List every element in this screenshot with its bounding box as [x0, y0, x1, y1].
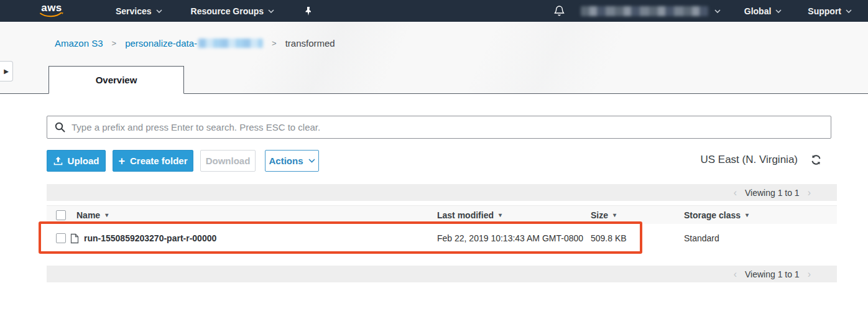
search-icon [55, 122, 65, 132]
aws-smile-icon [40, 12, 63, 18]
aws-logo-text: aws [41, 4, 62, 12]
bell-icon[interactable] [554, 5, 565, 17]
pushpin-icon[interactable] [304, 6, 313, 16]
pagination-label: Viewing 1 to 1 [745, 188, 800, 198]
row-checkbox-cell [56, 224, 66, 253]
pagination-bar-top: ‹ Viewing 1 to 1 › [47, 184, 837, 201]
chevron-down-icon [308, 159, 315, 163]
object-last-modified: Feb 22, 2019 10:13:43 AM GMT-0800 [437, 224, 583, 253]
select-all-checkbox-cell [56, 206, 66, 224]
sort-caret-icon: ▾ [499, 211, 502, 218]
object-name-link[interactable]: run-1550859203270-part-r-00000 [84, 224, 216, 253]
breadcrumb-bucket[interactable]: personalize-data- [125, 38, 263, 49]
expand-panel-toggle[interactable]: ▶ [0, 61, 13, 81]
table-row: run-1550859203270-part-r-00000 Feb 22, 2… [47, 224, 837, 253]
tab-overview[interactable]: Overview [48, 66, 184, 94]
column-header-size[interactable]: Size ▾ [591, 206, 616, 224]
pagination-prev-icon[interactable]: ‹ [734, 188, 737, 198]
sort-caret-icon: ▾ [105, 211, 108, 218]
file-icon [70, 224, 79, 253]
breadcrumb-current-folder: transformed [285, 38, 335, 49]
redacted-bucket-name-suffix [198, 39, 263, 48]
sort-caret-icon: ▾ [746, 211, 749, 218]
chevron-down-icon [156, 9, 162, 13]
download-button[interactable]: Download [200, 150, 256, 172]
upload-icon [53, 156, 63, 165]
object-size: 509.8 KB [591, 224, 627, 253]
pagination-next-icon[interactable]: › [808, 188, 811, 198]
breadcrumb-separator: > [112, 39, 117, 48]
object-storage-class: Standard [684, 224, 719, 253]
page-header-zone: Amazon S3 > personalize-data- > transfor… [0, 22, 868, 94]
nav-resource-groups[interactable]: Resource Groups [191, 6, 274, 16]
table-header-row: Name ▾ Last modified ▾ Size ▾ Storage cl… [47, 205, 837, 224]
create-folder-button[interactable]: + Create folder [113, 150, 193, 172]
column-header-name[interactable]: Name ▾ [76, 206, 108, 224]
search-input[interactable] [72, 122, 823, 132]
toolbar: Upload + Create folder Download Actions [47, 150, 319, 172]
aws-logo[interactable]: aws [40, 4, 63, 18]
chevron-down-icon [268, 9, 274, 13]
select-all-checkbox[interactable] [56, 210, 66, 220]
pagination-bar-bottom: ‹ Viewing 1 to 1 › [47, 266, 837, 282]
account-menu[interactable] [581, 6, 721, 16]
region-area: US East (N. Virginia) [700, 154, 822, 166]
plus-icon: + [118, 156, 125, 167]
column-header-last-modified[interactable]: Last modified ▾ [437, 206, 502, 224]
breadcrumb-amazon-s3[interactable]: Amazon S3 [55, 38, 103, 49]
pagination-prev-icon[interactable]: ‹ [734, 269, 737, 279]
expand-panel-icon: ▶ [4, 68, 9, 75]
chevron-down-icon [775, 9, 782, 13]
chevron-down-icon [846, 9, 852, 13]
column-header-storage-class[interactable]: Storage class ▾ [684, 206, 749, 224]
actions-dropdown-button[interactable]: Actions [265, 150, 319, 172]
row-checkbox[interactable] [56, 233, 66, 243]
nav-right-group: Global Support [554, 5, 858, 17]
top-navigation-bar: aws Services Resource Groups Global Supp… [0, 0, 868, 22]
refresh-icon[interactable] [810, 154, 822, 165]
sort-caret-icon: ▾ [613, 211, 616, 218]
chevron-down-icon [714, 9, 721, 13]
pagination-next-icon[interactable]: › [808, 269, 811, 279]
nav-region-global[interactable]: Global [744, 6, 782, 16]
prefix-search-box [47, 116, 831, 139]
region-label: US East (N. Virginia) [700, 154, 798, 166]
upload-button[interactable]: Upload [47, 150, 106, 172]
breadcrumb-separator: > [272, 39, 277, 48]
redacted-account-name [581, 6, 708, 16]
pagination-label: Viewing 1 to 1 [745, 269, 800, 279]
nav-services[interactable]: Services [116, 6, 162, 16]
nav-support[interactable]: Support [808, 6, 852, 16]
breadcrumb: Amazon S3 > personalize-data- > transfor… [55, 38, 335, 49]
